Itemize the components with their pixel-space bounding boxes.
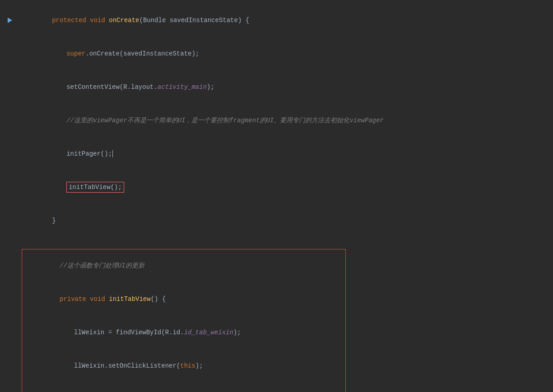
code-line-8 bbox=[0, 237, 553, 249]
line-gutter-6 bbox=[0, 185, 18, 189]
line-content-11[interactable]: llWeixin = findViewById(R.id.id_tab_weix… bbox=[18, 316, 553, 349]
line-gutter-2 bbox=[0, 51, 18, 56]
bookmark-icon-11 bbox=[7, 330, 11, 335]
text-cursor bbox=[112, 150, 113, 157]
keyword-super: super bbox=[66, 50, 85, 57]
keyword-protected: protected bbox=[52, 17, 86, 24]
code-line-5: initPager(); bbox=[0, 137, 553, 171]
code-line-13 bbox=[0, 383, 553, 392]
code-line-4: //这里的viewPager不再是一个简单的UI，是一个要控制fragment的… bbox=[0, 104, 553, 137]
bookmark-icon-2 bbox=[7, 51, 11, 56]
line-gutter-3 bbox=[0, 85, 18, 89]
line-content-9[interactable]: //这个函数专门处理UI的更新 bbox=[18, 249, 553, 282]
code-line-2: super.onCreate(savedInstanceState); bbox=[0, 37, 553, 70]
line-content-12[interactable]: llWeixin.setOnClickListener(this); bbox=[18, 350, 553, 382]
line-gutter-13 bbox=[0, 386, 18, 391]
bookmark-icon-9 bbox=[7, 263, 11, 268]
method-oncreate: onCreate bbox=[109, 17, 139, 24]
line-content-4[interactable]: //这里的viewPager不再是一个简单的UI，是一个要控制fragment的… bbox=[18, 104, 553, 137]
line-content-6[interactable]: initTabView(); bbox=[18, 171, 553, 203]
bookmark-icon-3 bbox=[7, 85, 11, 89]
bookmark-icon-13 bbox=[7, 386, 11, 391]
line-gutter-12 bbox=[0, 364, 18, 368]
bookmark-icon-10 bbox=[7, 297, 11, 301]
selection-region: //这个函数专门处理UI的更新 private void initTabView… bbox=[0, 249, 553, 392]
bookmark-icon-8 bbox=[7, 241, 11, 245]
line-content-7[interactable]: } bbox=[18, 204, 553, 237]
keyword-void: void bbox=[90, 17, 105, 24]
bookmark-icon-6 bbox=[7, 185, 11, 189]
line-content-5[interactable]: initPager(); bbox=[18, 138, 553, 170]
line-content-8[interactable] bbox=[18, 238, 553, 249]
code-line-12: llWeixin.setOnClickListener(this); bbox=[0, 349, 553, 383]
line-content-1[interactable]: protected void onCreate(Bundle savedInst… bbox=[18, 4, 553, 37]
line-gutter-11 bbox=[0, 330, 18, 335]
line-content-3[interactable]: setContentView(R.layout.activity_main); bbox=[18, 71, 553, 103]
bookmark-icon-4 bbox=[7, 118, 11, 123]
code-line-7: } bbox=[0, 204, 553, 237]
bookmark-icon-7 bbox=[7, 218, 11, 223]
bookmark-icon-12 bbox=[7, 364, 11, 368]
line-gutter-8 bbox=[0, 241, 18, 245]
code-line-1: protected void onCreate(Bundle savedInst… bbox=[0, 4, 553, 37]
bookmark-icon-1 bbox=[8, 18, 12, 23]
line-content-13[interactable] bbox=[18, 383, 553, 392]
code-line-6: initTabView(); bbox=[0, 171, 553, 204]
line-gutter-7 bbox=[0, 218, 18, 223]
line-gutter-4 bbox=[0, 118, 18, 123]
code-line-11: llWeixin = findViewById(R.id.id_tab_weix… bbox=[0, 316, 553, 349]
bookmark-icon-5 bbox=[7, 152, 11, 156]
line-gutter-5 bbox=[0, 152, 18, 156]
highlighted-code-box: initTabView(); bbox=[66, 182, 124, 193]
code-line-10: private void initTabView() { bbox=[0, 282, 553, 316]
code-area: protected void onCreate(Bundle savedInst… bbox=[0, 0, 553, 392]
line-gutter-1 bbox=[0, 18, 18, 23]
line-gutter-10 bbox=[0, 297, 18, 301]
line-content-2[interactable]: super.onCreate(savedInstanceState); bbox=[18, 37, 553, 70]
line-content-10[interactable]: private void initTabView() { bbox=[18, 283, 553, 315]
code-line-9: //这个函数专门处理UI的更新 bbox=[0, 249, 553, 282]
code-editor: protected void onCreate(Bundle savedInst… bbox=[0, 0, 553, 392]
code-line-3: setContentView(R.layout.activity_main); bbox=[0, 70, 553, 104]
line-gutter-9 bbox=[0, 263, 18, 268]
